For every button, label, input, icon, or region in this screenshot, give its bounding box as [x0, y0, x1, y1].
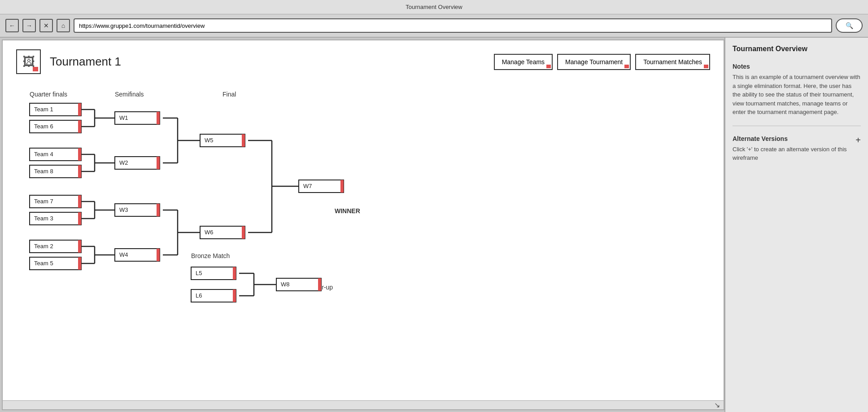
forward-button[interactable]: →: [22, 19, 36, 32]
svg-text:Team 5: Team 5: [34, 260, 53, 267]
svg-text:Team 2: Team 2: [34, 243, 53, 250]
svg-rect-19: [78, 240, 81, 253]
svg-text:W8: W8: [281, 281, 290, 288]
svg-rect-4: [78, 120, 81, 133]
alt-versions-title: Alternate Versions: [733, 135, 788, 142]
home-button[interactable]: ⌂: [57, 19, 70, 32]
notes-text: This is an example of a tournament overv…: [733, 73, 861, 117]
svg-text:W2: W2: [119, 159, 128, 166]
svg-rect-47: [157, 204, 160, 216]
svg-rect-16: [78, 212, 81, 225]
svg-text:W7: W7: [303, 183, 312, 189]
svg-text:Team 4: Team 4: [34, 151, 53, 158]
main-layout: 🖼 Tournament 1 Manage Teams Manage Tourn…: [0, 38, 868, 412]
notes-title: Notes: [733, 63, 861, 70]
svg-text:W3: W3: [119, 206, 128, 213]
action-buttons: Manage Teams Manage Tournament Tournamen…: [494, 54, 710, 70]
tournament-matches-button[interactable]: Tournament Matches: [635, 54, 710, 70]
alt-versions-section: Alternate Versions + Click '+' to create…: [733, 135, 861, 162]
page-title: Tournament Overview: [406, 4, 462, 10]
svg-text:Team 6: Team 6: [34, 123, 53, 130]
panel-title: Tournament Overview: [733, 45, 861, 53]
tournament-header: 🖼 Tournament 1 Manage Teams Manage Tourn…: [16, 49, 710, 74]
svg-rect-61: [242, 134, 245, 147]
svg-text:L6: L6: [196, 292, 202, 299]
svg-rect-74: [233, 267, 236, 280]
svg-text:Team 7: Team 7: [34, 198, 53, 205]
manage-teams-button[interactable]: Manage Teams: [494, 54, 553, 70]
svg-text:Team 8: Team 8: [34, 168, 53, 175]
tournament-logo: 🖼: [16, 49, 41, 74]
svg-text:W6: W6: [205, 229, 214, 236]
add-version-button[interactable]: +: [855, 136, 861, 145]
svg-rect-71: [340, 180, 344, 193]
svg-text:W5: W5: [205, 137, 214, 144]
svg-rect-22: [78, 257, 81, 270]
search-icon: 🔍: [846, 22, 853, 29]
svg-rect-13: [78, 195, 81, 208]
bronze-match-label: Bronze Match: [191, 252, 230, 259]
page-content: 🖼 Tournament 1 Manage Teams Manage Tourn…: [3, 40, 724, 400]
quarter-finals-label: Quarter finals: [30, 91, 67, 98]
svg-rect-50: [157, 249, 160, 261]
search-button[interactable]: 🔍: [836, 18, 863, 33]
alt-versions-header: Alternate Versions +: [733, 135, 861, 145]
tournament-title: Tournament 1: [50, 55, 121, 69]
semifinals-label: Semifinals: [115, 91, 144, 98]
browser-content: 🖼 Tournament 1 Manage Teams Manage Tourn…: [2, 39, 724, 410]
svg-rect-77: [233, 289, 236, 302]
bracket-container: Quarter finals Semifinals Final WINNER B…: [16, 83, 710, 334]
svg-text:W4: W4: [119, 251, 128, 258]
url-input[interactable]: [74, 18, 832, 33]
svg-text:Team 1: Team 1: [34, 106, 53, 113]
svg-rect-64: [242, 226, 245, 239]
svg-rect-10: [78, 165, 81, 178]
svg-text:L5: L5: [196, 270, 202, 276]
manage-tournament-button[interactable]: Manage Tournament: [557, 54, 631, 70]
bracket-svg: Quarter finals Semifinals Final WINNER B…: [21, 88, 447, 330]
svg-rect-44: [157, 157, 160, 169]
back-button[interactable]: ←: [5, 19, 19, 32]
svg-rect-84: [318, 278, 321, 291]
svg-text:W1: W1: [119, 114, 128, 121]
svg-rect-41: [157, 112, 160, 124]
alt-versions-text: Click '+' to create an alternate version…: [733, 145, 861, 162]
notes-section: Notes This is an example of a tournament…: [733, 63, 861, 117]
svg-text:Team 3: Team 3: [34, 215, 53, 222]
final-label: Final: [222, 91, 236, 98]
divider-1: [733, 126, 861, 126]
svg-rect-1: [78, 103, 81, 116]
title-bar: Tournament Overview: [0, 0, 868, 14]
right-panel: Tournament Overview Notes This is an exa…: [724, 38, 868, 412]
browser-bar: ← → ✕ ⌂ 🔍: [0, 14, 868, 38]
winner-label: WINNER: [335, 207, 360, 215]
bottom-bar: ↘: [3, 400, 724, 409]
resize-icon: ↘: [714, 401, 720, 409]
svg-rect-7: [78, 148, 81, 161]
close-button[interactable]: ✕: [39, 19, 53, 32]
